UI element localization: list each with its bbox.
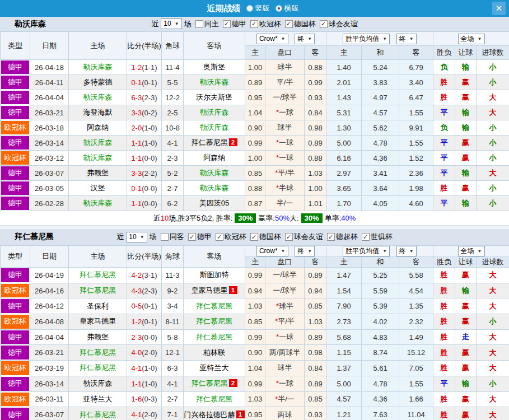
filter-bar: 近10▼场同客✓德甲✓欧冠杯✓德国杯✓球会友谊✓德超杯✓世俱杯 [0,229,509,245]
match-date: 26-04-12 [30,298,69,314]
team-label: 勒沃库森 [200,123,229,132]
outcome-goals: 大 [477,105,509,120]
match-count-select[interactable]: 10▼ [126,232,147,242]
scope-select[interactable]: 全场▼ [458,246,485,256]
outcome-goals: 小 [477,151,509,166]
mean-select[interactable]: 胜平负均值▼ [343,246,390,256]
league-badge: 德甲 [1,75,30,90]
away-team: 拜仁慕尼黑 [184,298,245,314]
outcome-handicap: 走 [455,329,477,345]
corners: 5-5 [162,75,184,90]
fulltime-score: 6-3 [131,94,142,102]
score: 2-3(0-0) [127,329,162,345]
odds-handicap: 一/球半 [265,268,305,283]
mean-time-select[interactable]: 终▼ [396,246,417,256]
mean-away: 1.52 [399,151,433,166]
fulltime-score: 0-1 [131,184,142,193]
league-filter-checkbox[interactable]: ✓ [250,233,258,241]
league-filter-checkbox[interactable]: ✓ [188,233,196,241]
match-date: 26-04-19 [30,268,69,283]
same-venue-checkbox[interactable] [161,233,169,241]
league-filter-checkbox[interactable]: ✓ [362,233,370,241]
league-badge: 欧冠杯 [1,361,30,376]
league-badge: 欧冠杯 [1,391,30,407]
rank-badge: 2 [229,379,237,387]
mean-home: 1.21 [326,407,362,420]
col-header-type: 类型 [1,32,30,60]
results-table: 类型 日期 主场 比分(半场) 角球 客场 Crow*▼ 终▼ 胜平负均值▼ 终… [0,31,509,211]
team-label: 勒沃库森 [83,153,113,162]
odds-group-header: Crow*▼ 终▼ [245,32,326,46]
sub-header-result: 胜负 [433,257,455,268]
league-filter-checkbox[interactable]: ✓ [223,20,231,28]
league-filter-checkbox[interactable]: ✓ [320,20,328,28]
away-team: 勒沃库森 [184,105,245,120]
score: 1-2(1-1) [127,60,162,75]
mean-time-select[interactable]: 终▼ [396,34,417,44]
halftime-score: (0-0) [142,154,157,162]
fulltime-score: 1-1 [131,199,142,208]
league-filter-checkbox[interactable]: ✓ [285,233,293,241]
mean-select[interactable]: 胜平负均值▼ [343,34,390,44]
odds-home: 0.90 [245,120,265,136]
odds-source-select[interactable]: Crow*▼ [256,246,288,256]
halftime-score: (0-1) [142,318,157,326]
away-team: 柏林联 [184,345,245,361]
corners: 6-2 [162,196,184,211]
league-badge: 德甲 [1,268,30,283]
odds-away: 0.93 [305,407,326,420]
score: 1-6(0-3) [127,391,162,407]
odds-source-select[interactable]: Crow*▼ [256,34,288,44]
away-team: 拜仁慕尼黑 [184,314,245,330]
table-row: 欧冠杯26-04-16拜仁慕尼黑4-3(2-3)9-2皇家马德里10.94一/球… [1,283,509,298]
layout-radio[interactable] [246,5,253,12]
outcome-result: 平 [433,151,455,166]
team-label: 拜仁慕尼黑 [196,395,232,403]
mean-home: 1.43 [326,90,362,105]
match-date: 26-03-11 [30,391,69,407]
sub-header-handicap: 盘口 [265,46,305,60]
outcome-handicap: 输 [455,120,477,136]
odds-away: 0.89 [305,268,326,283]
mean-draw: 4.78 [362,376,399,391]
outcome-goals: 小 [477,314,509,330]
corners: 12-1 [162,345,184,361]
league-filter-checkbox[interactable]: ✓ [327,233,335,241]
filter-near-label: 近 [151,19,158,29]
scope-select[interactable]: 全场▼ [458,34,485,44]
chevron-down-icon: ▼ [307,247,312,255]
mean-away: 1.55 [399,105,433,120]
outcome-goals: 大 [477,283,509,298]
mean-away: 4.60 [399,196,433,211]
sub-header-odds-away: 客 [305,46,326,60]
match-count-select[interactable]: 10▼ [161,18,181,29]
outcome-goals: 大 [477,407,509,420]
match-date: 26-04-18 [30,60,69,75]
mean-home: 1.37 [326,361,362,376]
same-venue-checkbox[interactable] [195,20,203,28]
close-button[interactable]: ✕ [492,2,506,15]
team-label: 汉堡 [91,184,105,192]
sub-header-mean-away: 客 [399,46,433,60]
away-team: 拜仁慕尼黑2 [184,376,245,391]
league-filter-checkbox[interactable]: ✓ [216,233,223,241]
outcome-result: 负 [433,60,455,75]
mean-home: 7.90 [326,298,362,314]
away-team: 斯图加特 [184,268,245,283]
mean-away: 15.12 [399,345,433,361]
handicap-star: * [275,317,278,325]
outcome-handicap: 赢 [455,181,477,196]
section-leverkusen: 勒沃库森 近10▼场同主✓德甲✓欧冠杯✓德国杯✓球会友谊 类型 日期 主场 比分… [0,17,509,226]
sub-header-mean-draw: 和 [362,257,399,268]
league-filter-checkbox[interactable]: ✓ [250,20,258,28]
odds-time-select[interactable]: 终▼ [295,34,315,44]
corners: 6-3 [162,361,184,376]
sub-header-odds-home: 主 [245,257,265,268]
outcome-goals: 大 [477,361,509,376]
league-filter-checkbox[interactable]: ✓ [285,20,293,28]
halftime-score: (1-0) [142,139,157,147]
corners: 4-1 [162,136,184,151]
odds-time-select[interactable]: 终▼ [295,246,315,256]
score: 4-3(2-3) [127,283,162,298]
layout-radio[interactable] [275,5,282,12]
